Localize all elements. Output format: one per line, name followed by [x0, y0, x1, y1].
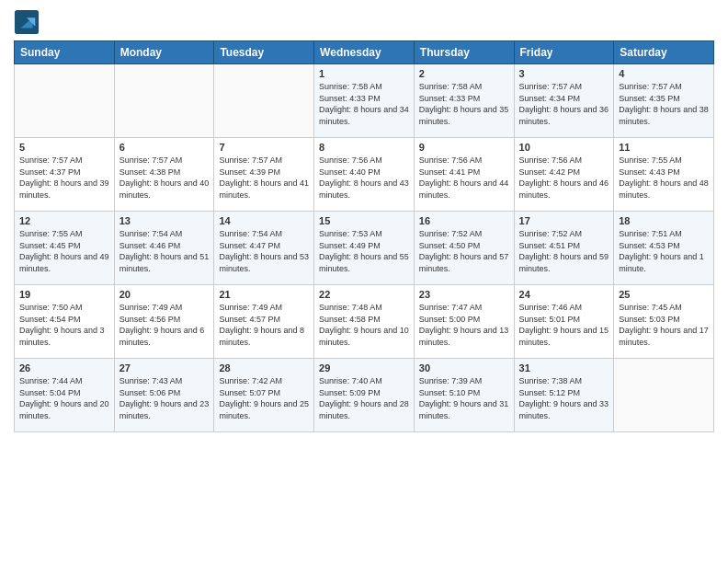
day-info: Sunrise: 7:54 AM Sunset: 4:46 PM Dayligh… — [119, 228, 210, 274]
day-info: Sunrise: 7:58 AM Sunset: 4:33 PM Dayligh… — [319, 81, 409, 127]
calendar-cell: 8Sunrise: 7:56 AM Sunset: 4:40 PM Daylig… — [314, 138, 415, 212]
day-info: Sunrise: 7:43 AM Sunset: 5:06 PM Dayligh… — [119, 375, 210, 421]
day-number: 9 — [419, 142, 509, 153]
day-info: Sunrise: 7:44 AM Sunset: 5:04 PM Dayligh… — [19, 375, 109, 421]
day-number: 28 — [219, 362, 309, 373]
calendar-cell: 20Sunrise: 7:49 AM Sunset: 4:56 PM Dayli… — [114, 285, 214, 359]
calendar-cell — [614, 359, 714, 432]
calendar-cell: 19Sunrise: 7:50 AM Sunset: 4:54 PM Dayli… — [15, 285, 115, 359]
day-number: 18 — [619, 215, 709, 226]
calendar-cell: 16Sunrise: 7:52 AM Sunset: 4:50 PM Dayli… — [414, 212, 514, 285]
weekday-header-row: SundayMondayTuesdayWednesdayThursdayFrid… — [15, 41, 714, 64]
weekday-header: Thursday — [414, 41, 514, 64]
day-number: 4 — [619, 68, 709, 79]
weekday-header: Monday — [114, 41, 214, 64]
calendar-week-row: 1Sunrise: 7:58 AM Sunset: 4:33 PM Daylig… — [15, 64, 714, 138]
day-number: 16 — [419, 215, 509, 226]
weekday-header: Wednesday — [314, 41, 415, 64]
day-info: Sunrise: 7:50 AM Sunset: 4:54 PM Dayligh… — [19, 302, 109, 348]
weekday-header: Sunday — [15, 41, 115, 64]
calendar-cell: 24Sunrise: 7:46 AM Sunset: 5:01 PM Dayli… — [514, 285, 614, 359]
weekday-header: Friday — [514, 41, 614, 64]
day-number: 27 — [119, 362, 210, 373]
calendar-cell: 26Sunrise: 7:44 AM Sunset: 5:04 PM Dayli… — [15, 359, 115, 432]
calendar-cell: 29Sunrise: 7:40 AM Sunset: 5:09 PM Dayli… — [314, 359, 415, 432]
header — [14, 9, 714, 35]
day-number: 26 — [19, 362, 109, 373]
day-number: 21 — [219, 289, 309, 300]
calendar-cell: 31Sunrise: 7:38 AM Sunset: 5:12 PM Dayli… — [514, 359, 614, 432]
calendar-cell: 28Sunrise: 7:42 AM Sunset: 5:07 PM Dayli… — [214, 359, 314, 432]
calendar-cell: 25Sunrise: 7:45 AM Sunset: 5:03 PM Dayli… — [614, 285, 714, 359]
day-number: 5 — [19, 142, 109, 153]
calendar-cell: 17Sunrise: 7:52 AM Sunset: 4:51 PM Dayli… — [514, 212, 614, 285]
day-number: 14 — [219, 215, 309, 226]
calendar-cell: 3Sunrise: 7:57 AM Sunset: 4:34 PM Daylig… — [514, 64, 614, 138]
day-info: Sunrise: 7:51 AM Sunset: 4:53 PM Dayligh… — [619, 228, 709, 274]
day-number: 3 — [519, 68, 609, 79]
day-info: Sunrise: 7:40 AM Sunset: 5:09 PM Dayligh… — [319, 375, 409, 421]
day-number: 8 — [319, 142, 409, 153]
day-info: Sunrise: 7:55 AM Sunset: 4:45 PM Dayligh… — [19, 228, 109, 274]
day-number: 7 — [219, 142, 309, 153]
calendar-cell: 4Sunrise: 7:57 AM Sunset: 4:35 PM Daylig… — [614, 64, 714, 138]
day-number: 30 — [419, 362, 509, 373]
page: SundayMondayTuesdayWednesdayThursdayFrid… — [0, 0, 728, 563]
day-info: Sunrise: 7:53 AM Sunset: 4:49 PM Dayligh… — [319, 228, 409, 274]
calendar-cell: 11Sunrise: 7:55 AM Sunset: 4:43 PM Dayli… — [614, 138, 714, 212]
calendar-cell: 6Sunrise: 7:57 AM Sunset: 4:38 PM Daylig… — [114, 138, 214, 212]
day-info: Sunrise: 7:54 AM Sunset: 4:47 PM Dayligh… — [219, 228, 309, 274]
day-number: 22 — [319, 289, 409, 300]
day-info: Sunrise: 7:57 AM Sunset: 4:39 PM Dayligh… — [219, 155, 309, 201]
day-info: Sunrise: 7:38 AM Sunset: 5:12 PM Dayligh… — [519, 375, 609, 421]
day-number: 29 — [319, 362, 409, 373]
weekday-header: Tuesday — [214, 41, 314, 64]
day-number: 12 — [19, 215, 109, 226]
calendar-cell — [15, 64, 115, 138]
calendar-week-row: 12Sunrise: 7:55 AM Sunset: 4:45 PM Dayli… — [15, 212, 714, 285]
day-info: Sunrise: 7:58 AM Sunset: 4:33 PM Dayligh… — [419, 81, 509, 127]
logo-icon — [14, 9, 40, 35]
day-info: Sunrise: 7:49 AM Sunset: 4:56 PM Dayligh… — [119, 302, 210, 348]
day-info: Sunrise: 7:57 AM Sunset: 4:34 PM Dayligh… — [519, 81, 609, 127]
calendar-week-row: 5Sunrise: 7:57 AM Sunset: 4:37 PM Daylig… — [15, 138, 714, 212]
day-info: Sunrise: 7:55 AM Sunset: 4:43 PM Dayligh… — [619, 155, 709, 201]
calendar-cell: 18Sunrise: 7:51 AM Sunset: 4:53 PM Dayli… — [614, 212, 714, 285]
day-number: 13 — [119, 215, 210, 226]
calendar-cell: 13Sunrise: 7:54 AM Sunset: 4:46 PM Dayli… — [114, 212, 214, 285]
day-number: 2 — [419, 68, 509, 79]
day-info: Sunrise: 7:56 AM Sunset: 4:41 PM Dayligh… — [419, 155, 509, 201]
day-info: Sunrise: 7:57 AM Sunset: 4:37 PM Dayligh… — [19, 155, 109, 201]
calendar-cell: 10Sunrise: 7:56 AM Sunset: 4:42 PM Dayli… — [514, 138, 614, 212]
day-info: Sunrise: 7:56 AM Sunset: 4:42 PM Dayligh… — [519, 155, 609, 201]
day-number: 17 — [519, 215, 609, 226]
calendar-cell: 2Sunrise: 7:58 AM Sunset: 4:33 PM Daylig… — [414, 64, 514, 138]
calendar-cell — [214, 64, 314, 138]
day-info: Sunrise: 7:52 AM Sunset: 4:51 PM Dayligh… — [519, 228, 609, 274]
calendar-cell: 15Sunrise: 7:53 AM Sunset: 4:49 PM Dayli… — [314, 212, 415, 285]
day-info: Sunrise: 7:49 AM Sunset: 4:57 PM Dayligh… — [219, 302, 309, 348]
day-number: 25 — [619, 289, 709, 300]
calendar-cell: 22Sunrise: 7:48 AM Sunset: 4:58 PM Dayli… — [314, 285, 415, 359]
calendar-cell — [114, 64, 214, 138]
day-info: Sunrise: 7:47 AM Sunset: 5:00 PM Dayligh… — [419, 302, 509, 348]
day-info: Sunrise: 7:52 AM Sunset: 4:50 PM Dayligh… — [419, 228, 509, 274]
calendar-cell: 1Sunrise: 7:58 AM Sunset: 4:33 PM Daylig… — [314, 64, 415, 138]
day-number: 15 — [319, 215, 409, 226]
calendar-cell: 27Sunrise: 7:43 AM Sunset: 5:06 PM Dayli… — [114, 359, 214, 432]
calendar-cell: 9Sunrise: 7:56 AM Sunset: 4:41 PM Daylig… — [414, 138, 514, 212]
day-number: 1 — [319, 68, 409, 79]
logo — [14, 9, 43, 35]
calendar-cell: 23Sunrise: 7:47 AM Sunset: 5:00 PM Dayli… — [414, 285, 514, 359]
day-info: Sunrise: 7:46 AM Sunset: 5:01 PM Dayligh… — [519, 302, 609, 348]
calendar-cell: 21Sunrise: 7:49 AM Sunset: 4:57 PM Dayli… — [214, 285, 314, 359]
calendar: SundayMondayTuesdayWednesdayThursdayFrid… — [14, 40, 714, 432]
day-info: Sunrise: 7:57 AM Sunset: 4:35 PM Dayligh… — [619, 81, 709, 127]
calendar-cell: 5Sunrise: 7:57 AM Sunset: 4:37 PM Daylig… — [15, 138, 115, 212]
day-info: Sunrise: 7:45 AM Sunset: 5:03 PM Dayligh… — [619, 302, 709, 348]
day-info: Sunrise: 7:56 AM Sunset: 4:40 PM Dayligh… — [319, 155, 409, 201]
day-number: 31 — [519, 362, 609, 373]
calendar-week-row: 26Sunrise: 7:44 AM Sunset: 5:04 PM Dayli… — [15, 359, 714, 432]
weekday-header: Saturday — [614, 41, 714, 64]
day-number: 10 — [519, 142, 609, 153]
